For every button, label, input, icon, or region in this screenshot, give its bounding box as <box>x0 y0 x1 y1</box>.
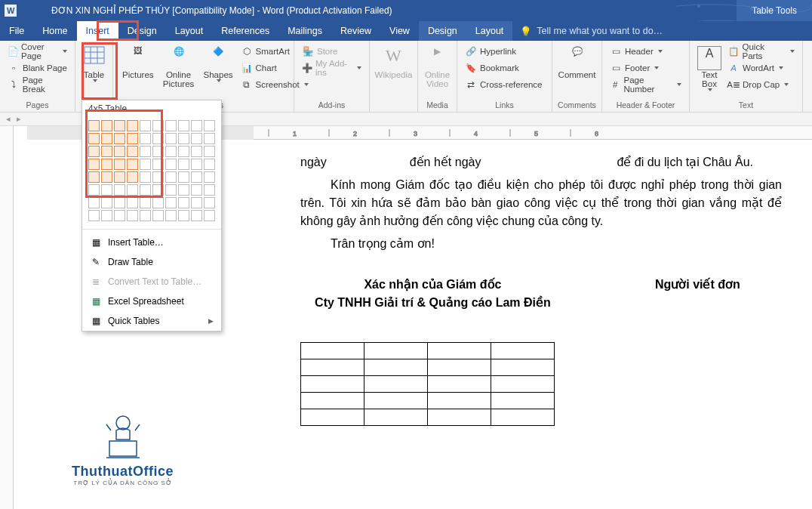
grid-cell[interactable] <box>101 146 112 157</box>
grid-cell[interactable] <box>140 171 151 183</box>
grid-cell[interactable] <box>165 146 177 157</box>
tab-view[interactable]: View <box>380 21 419 41</box>
grid-cell[interactable] <box>191 146 202 157</box>
tab-file[interactable]: File <box>0 21 33 41</box>
grid-cell[interactable] <box>88 159 100 170</box>
grid-cell[interactable] <box>101 171 112 183</box>
grid-cell[interactable] <box>204 146 215 157</box>
grid-cell[interactable] <box>178 210 189 221</box>
grid-cell[interactable] <box>204 184 215 196</box>
grid-cell[interactable] <box>140 120 151 131</box>
grid-cell[interactable] <box>152 210 164 221</box>
grid-cell[interactable] <box>152 120 164 131</box>
grid-cell[interactable] <box>191 133 202 144</box>
excel-spreadsheet-item[interactable]: ▦Excel Spreadsheet <box>82 292 221 311</box>
tab-insert[interactable]: Insert <box>77 21 118 41</box>
grid-cell[interactable] <box>114 184 125 196</box>
grid-cell[interactable] <box>191 159 202 170</box>
insert-table-item[interactable]: ▦Insert Table… <box>82 233 221 252</box>
tab-home[interactable]: Home <box>33 21 76 41</box>
qat-icon-2[interactable]: ▸ <box>17 114 21 124</box>
header-button[interactable]: ▭Header <box>607 43 684 60</box>
inserted-table[interactable] <box>300 342 555 426</box>
grid-cell[interactable] <box>178 146 189 157</box>
grid-cell[interactable] <box>165 120 177 131</box>
grid-cell[interactable] <box>165 210 177 221</box>
bookmark-button[interactable]: 🔖Bookmark <box>462 60 547 76</box>
draw-table-item[interactable]: ✎Draw Table <box>82 252 221 272</box>
grid-cell[interactable] <box>127 120 138 131</box>
page-break-button[interactable]: ⤵Page Break <box>5 76 70 93</box>
grid-cell[interactable] <box>204 120 215 131</box>
pictures-button[interactable]: 🖼Pictures <box>118 43 158 97</box>
grid-cell[interactable] <box>127 184 138 196</box>
dropcap-button[interactable]: A≣Drop Cap <box>724 76 798 93</box>
grid-cell[interactable] <box>165 171 177 183</box>
grid-cell[interactable] <box>88 184 100 196</box>
cover-page-button[interactable]: 📄Cover Page <box>5 43 70 60</box>
grid-cell[interactable] <box>140 133 151 144</box>
tab-table-design[interactable]: Design <box>419 21 466 41</box>
store-button[interactable]: 🏪Store <box>299 43 364 60</box>
grid-cell[interactable] <box>191 210 202 221</box>
grid-cell[interactable] <box>204 171 215 183</box>
grid-cell[interactable] <box>165 184 177 196</box>
tell-me-search[interactable]: 💡 Tell me what you want to do… <box>520 26 663 37</box>
grid-cell[interactable] <box>88 210 100 221</box>
table-row[interactable] <box>301 409 555 426</box>
grid-cell[interactable] <box>140 159 151 170</box>
grid-cell[interactable] <box>165 159 177 170</box>
grid-cell[interactable] <box>152 159 164 170</box>
grid-cell[interactable] <box>152 171 164 183</box>
grid-cell[interactable] <box>191 184 202 196</box>
textbox-button[interactable]: AText Box <box>694 43 724 97</box>
grid-cell[interactable] <box>140 146 151 157</box>
grid-cell[interactable] <box>140 197 151 208</box>
grid-cell[interactable] <box>152 133 164 144</box>
blank-page-button[interactable]: ▫Blank Page <box>5 60 70 76</box>
grid-cell[interactable] <box>127 133 138 144</box>
grid-cell[interactable] <box>101 197 112 208</box>
document-content[interactable]: ngày đến hết ngày để đi du lịch tại Châu… <box>225 140 812 441</box>
table-row[interactable] <box>301 343 555 359</box>
grid-cell[interactable] <box>101 133 112 144</box>
grid-cell[interactable] <box>101 184 112 196</box>
grid-cell[interactable] <box>165 197 177 208</box>
grid-cell[interactable] <box>140 210 151 221</box>
tab-review[interactable]: Review <box>331 21 380 41</box>
grid-cell[interactable] <box>178 133 189 144</box>
grid-cell[interactable] <box>88 146 100 157</box>
grid-cell[interactable] <box>152 197 164 208</box>
grid-cell[interactable] <box>152 146 164 157</box>
grid-cell[interactable] <box>88 133 100 144</box>
grid-cell[interactable] <box>191 197 202 208</box>
grid-cell[interactable] <box>178 171 189 183</box>
online-video-button[interactable]: ▶Online Video <box>423 43 452 91</box>
grid-cell[interactable] <box>127 171 138 183</box>
grid-cell[interactable] <box>165 133 177 144</box>
grid-cell[interactable] <box>140 184 151 196</box>
hyperlink-button[interactable]: 🔗Hyperlink <box>462 43 547 60</box>
cross-reference-button[interactable]: ⇄Cross-reference <box>462 76 547 93</box>
grid-cell[interactable] <box>88 197 100 208</box>
grid-cell[interactable] <box>191 171 202 183</box>
tab-table-layout[interactable]: Layout <box>466 21 513 41</box>
grid-cell[interactable] <box>204 159 215 170</box>
table-button[interactable]: Table <box>80 43 108 97</box>
quick-tables-item[interactable]: ▦Quick Tables▶ <box>82 311 221 331</box>
grid-cell[interactable] <box>114 210 125 221</box>
grid-cell[interactable] <box>127 197 138 208</box>
grid-cell[interactable] <box>101 120 112 131</box>
table-row[interactable] <box>301 393 555 409</box>
qat-icon-1[interactable]: ◂ <box>6 114 11 124</box>
grid-cell[interactable] <box>114 133 125 144</box>
comment-button[interactable]: 💬Comment <box>557 43 597 82</box>
footer-button[interactable]: ▭Footer <box>607 60 684 76</box>
grid-cell[interactable] <box>178 120 189 131</box>
my-addins-button[interactable]: ➕My Add-ins <box>299 60 364 76</box>
grid-cell[interactable] <box>127 210 138 221</box>
table-row[interactable] <box>301 359 555 376</box>
grid-cell[interactable] <box>114 120 125 131</box>
grid-cell[interactable] <box>204 197 215 208</box>
wikipedia-button[interactable]: WWikipedia <box>374 43 413 82</box>
